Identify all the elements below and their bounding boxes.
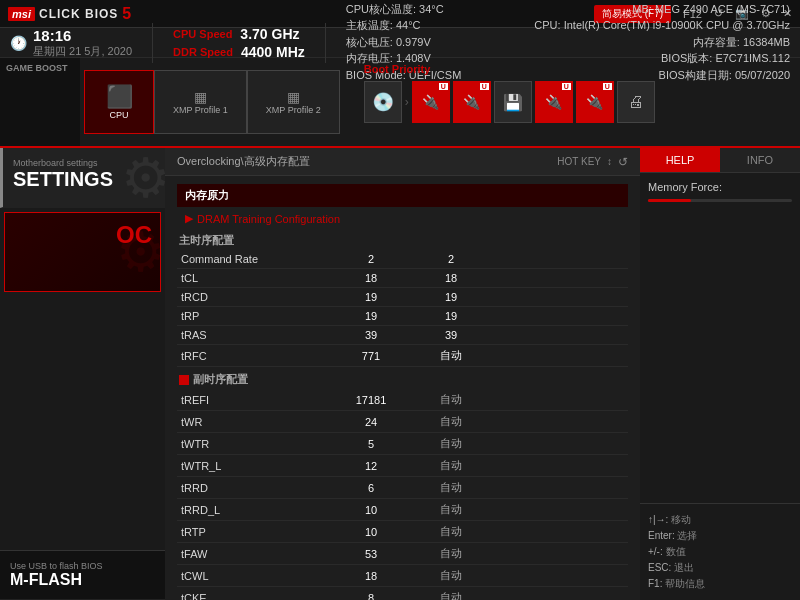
- srow-val1-1: 24: [331, 416, 411, 428]
- tab-xmp2[interactable]: ▦ XMP Profile 2: [247, 70, 340, 134]
- cpu-speed-value: 3.70 GHz: [240, 26, 299, 42]
- boot-dev-badge-2: U: [480, 83, 489, 90]
- click-bios-text: CLICK BIOS: [39, 7, 118, 21]
- boot-dev-icon-0: 💿: [372, 91, 394, 113]
- boot-device-3[interactable]: 💾: [494, 81, 532, 123]
- ddr-speed-label: DDR Speed: [173, 46, 233, 58]
- secondary-row-2[interactable]: tWTR 5 自动: [177, 433, 628, 455]
- secondary-row-1[interactable]: tWR 24 自动: [177, 411, 628, 433]
- prow-name-2: tRCD: [181, 291, 331, 303]
- primary-row-5[interactable]: tRFC 771 自动: [177, 345, 628, 367]
- secondary-row-3[interactable]: tWTR_L 12 自动: [177, 455, 628, 477]
- shortcut-value-key: +/-:: [648, 546, 666, 557]
- shortcut-enter-desc: 选择: [677, 530, 697, 541]
- primary-row-0[interactable]: Command Rate 2 2: [177, 250, 628, 269]
- panel-shortcuts: ↑|→: 移动 Enter: 选择 +/-: 数值 ESC: 退出 F1: 帮助…: [640, 503, 800, 600]
- divider2: [325, 23, 326, 63]
- prow-val1-3: 19: [331, 310, 411, 322]
- srow-val1-9: 8: [331, 592, 411, 601]
- sidebar: ⚙ Motherboard settings SETTINGS ⚙ OC Use…: [0, 148, 165, 600]
- srow-val1-8: 18: [331, 570, 411, 582]
- boot-dev-badge-1: U: [439, 83, 448, 90]
- breadcrumb: Overclocking\高级内存配置: [177, 154, 310, 169]
- shortcut-move-desc: 移动: [671, 514, 691, 525]
- refresh-content-icon[interactable]: ↺: [618, 155, 628, 169]
- speeds-block: CPU Speed 3.70 GHz DDR Speed 4400 MHz: [173, 26, 305, 60]
- tab-xmp1[interactable]: ▦ XMP Profile 1: [154, 70, 247, 134]
- sidebar-item-mflash[interactable]: Use USB to flash BIOS M-FLASH: [0, 550, 165, 600]
- primary-row-1[interactable]: tCL 18 18: [177, 269, 628, 288]
- mflash-main-label: M-FLASH: [10, 571, 155, 589]
- tab-cpu-label: CPU: [109, 110, 128, 120]
- prow-name-3: tRP: [181, 310, 331, 322]
- srow-val1-2: 5: [331, 438, 411, 450]
- content-header: Overclocking\高级内存配置 HOT KEY ↕ ↺: [165, 148, 640, 176]
- boot-device-6[interactable]: 🖨: [617, 81, 655, 123]
- boot-device-2[interactable]: U 🔌: [453, 81, 491, 123]
- right-panel: HELP INFO Memory Force: ↑|→: 移动 Enter: 选…: [640, 148, 800, 600]
- primary-row-2[interactable]: tRCD 19 19: [177, 288, 628, 307]
- boot-dev-badge-5: U: [603, 83, 612, 90]
- tab-xmp2-label: XMP Profile 2: [266, 105, 321, 115]
- cpu-icon: ⬛: [106, 84, 133, 110]
- boot-device-4[interactable]: U 🔌: [535, 81, 573, 123]
- shortcut-f1: F1: 帮助信息: [648, 576, 792, 592]
- boot-device-5[interactable]: U 🔌: [576, 81, 614, 123]
- prow-val2-1: 18: [411, 272, 491, 284]
- sidebar-item-oc[interactable]: ⚙ OC: [4, 212, 161, 292]
- tab-help[interactable]: HELP: [640, 148, 720, 172]
- srow-name-4: tRRD: [181, 482, 331, 494]
- mb-info: MB: MEG Z490 ACE (MS-7C71): [534, 2, 790, 17]
- secondary-row-7[interactable]: tFAW 53 自动: [177, 543, 628, 565]
- boot-priority-label: Boot Priority: [364, 63, 655, 75]
- shortcut-esc-key: ESC:: [648, 562, 674, 573]
- srow-val2-3: 自动: [411, 458, 491, 473]
- boot-dev-icon-4: 🔌: [545, 94, 562, 110]
- dram-training-row[interactable]: ▶ DRAM Training Configuration: [177, 209, 628, 228]
- secondary-row-4[interactable]: tRRD 6 自动: [177, 477, 628, 499]
- bios-version-number: 5: [122, 5, 131, 23]
- game-boost-label: GAME BOOST: [0, 58, 80, 146]
- main-layout: ⚙ Motherboard settings SETTINGS ⚙ OC Use…: [0, 148, 800, 600]
- secondary-row-9[interactable]: tCKE 8 自动: [177, 587, 628, 600]
- primary-row-3[interactable]: tRP 19 19: [177, 307, 628, 326]
- srow-val2-5: 自动: [411, 502, 491, 517]
- prow-name-1: tCL: [181, 272, 331, 284]
- boot-devices-list: 💿 › U 🔌 U 🔌 💾 U 🔌 U 🔌 🖨: [364, 81, 655, 123]
- secondary-row-5[interactable]: tRRD_L 10 自动: [177, 499, 628, 521]
- secondary-row-6[interactable]: tRTP 10 自动: [177, 521, 628, 543]
- hotkey-icon: ↕: [607, 156, 612, 167]
- mem-force-label: 内存原力: [185, 188, 229, 203]
- dram-training-label: DRAM Training Configuration: [197, 213, 340, 225]
- secondary-row-8[interactable]: tCWL 18 自动: [177, 565, 628, 587]
- prow-name-5: tRFC: [181, 350, 331, 362]
- prow-val2-0: 2: [411, 253, 491, 265]
- tab-info[interactable]: INFO: [720, 148, 800, 172]
- srow-val2-4: 自动: [411, 480, 491, 495]
- boot-device-1[interactable]: U 🔌: [412, 81, 450, 123]
- boot-dev-icon-2: 🔌: [463, 94, 480, 110]
- boot-dev-icon-1: 🔌: [422, 94, 439, 110]
- boot-device-0[interactable]: 💿: [364, 81, 402, 123]
- srow-val2-9: 自动: [411, 590, 491, 600]
- boot-dev-badge-4: U: [562, 83, 571, 90]
- srow-val2-7: 自动: [411, 546, 491, 561]
- settings-main-label: SETTINGS: [13, 168, 155, 191]
- srow-val1-4: 6: [331, 482, 411, 494]
- srow-val1-0: 17181: [331, 394, 411, 406]
- srow-name-5: tRRD_L: [181, 504, 331, 516]
- tab-cpu[interactable]: ⬛ CPU: [84, 70, 154, 134]
- secondary-block-icon: [179, 375, 189, 385]
- settings-sub-label: Motherboard settings: [13, 158, 155, 168]
- sidebar-spacer: [0, 296, 165, 550]
- profile-tabs: ⬛ CPU ▦ XMP Profile 1 ▦ XMP Profile 2: [80, 58, 344, 146]
- current-date: 星期四 21 5月, 2020: [33, 44, 132, 59]
- sidebar-item-settings[interactable]: ⚙ Motherboard settings SETTINGS: [0, 148, 165, 208]
- shortcut-f1-key: F1:: [648, 578, 665, 589]
- shortcut-esc: ESC: 退出: [648, 560, 792, 576]
- xmp1-icon: ▦: [194, 89, 207, 105]
- shortcut-f1-desc: 帮助信息: [665, 578, 705, 589]
- secondary-row-0[interactable]: tREFI 17181 自动: [177, 389, 628, 411]
- srow-val2-1: 自动: [411, 414, 491, 429]
- primary-row-4[interactable]: tRAS 39 39: [177, 326, 628, 345]
